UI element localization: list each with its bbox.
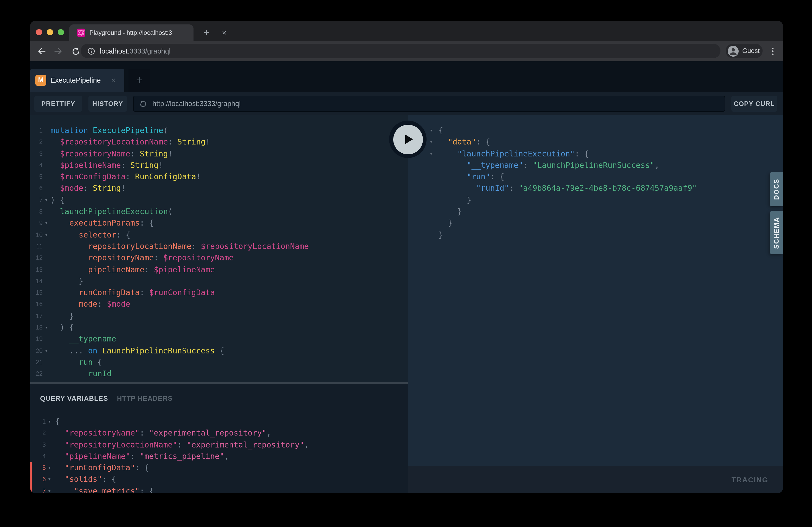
close-window-button[interactable] [36,29,42,35]
fold-arrow-icon[interactable]: ▾ [43,229,50,241]
query-line: 22 runId [30,368,408,380]
profile-name: Guest [742,47,760,55]
result-line: } [408,229,783,241]
query-line: 6 $mode: String! [30,183,408,194]
fold-arrow-icon[interactable]: ▾ [46,474,53,485]
fold-gutter [43,310,50,322]
code-text: repositoryName: $repositoryName [50,252,234,264]
fold-arrow-icon[interactable]: ▾ [430,136,438,148]
fold-gutter [43,333,50,345]
result-line: "run": { [408,171,783,183]
history-button[interactable]: HISTORY [88,96,127,112]
back-icon[interactable] [35,45,48,58]
line-number: 4 [33,451,46,462]
browser-menu-icon[interactable] [766,45,779,58]
code-text: ) { [50,322,74,333]
minimize-window-button[interactable] [47,29,53,35]
fold-arrow-icon[interactable]: ▾ [430,125,438,136]
address-bar[interactable]: localhost:3333/graphql [81,44,721,58]
fold-gutter [43,160,50,171]
site-info-icon[interactable] [87,47,95,55]
variables-line: 1▾{ [30,416,408,427]
prettify-button[interactable]: PRETTIFY [34,96,82,112]
fold-arrow-icon[interactable]: ▾ [43,322,50,333]
endpoint-input[interactable]: http://localhost:3333/graphql [133,96,725,112]
copy-curl-button[interactable]: COPY CURL [731,96,777,112]
fold-gutter [43,368,50,380]
code-text: } [438,194,471,206]
fold-gutter [43,171,50,183]
query-variables-pane[interactable]: QUERY VARIABLES HTTP HEADERS 1▾{2 "repos… [30,384,408,493]
code-text: "runConfigData": { [55,462,149,474]
error-marker-icon [30,474,32,485]
code-text: "run": { [438,171,504,183]
tracing-toggle[interactable]: TRACING [731,466,768,493]
line-number: 3 [33,439,46,451]
result-line: } [408,206,783,217]
query-line: 16 mode: $mode [30,299,408,310]
fold-gutter [43,264,50,275]
fold-arrow-icon[interactable]: ▾ [430,148,438,160]
tab-query-variables[interactable]: QUERY VARIABLES [40,394,108,402]
query-line: 11 repositoryLocationName: $repositoryLo… [30,241,408,252]
code-text: mode: $mode [50,299,130,310]
code-text: } [438,217,452,229]
line-number: 12 [34,252,43,264]
code-text: "repositoryName": "experimental_reposito… [55,427,271,439]
query-line: 18▾ ) { [30,322,408,333]
line-number: 15 [34,287,43,299]
browser-tab[interactable]: Playground - http://localhost:3 × [69,25,193,41]
zoom-window-button[interactable] [58,29,64,35]
fold-arrow-icon[interactable]: ▾ [43,345,50,357]
fold-arrow-icon[interactable]: ▾ [46,416,53,427]
query-editor[interactable]: 1mutation ExecutePipeline(2 $repositoryL… [30,115,408,384]
line-number: 8 [34,206,43,217]
fold-arrow-icon[interactable]: ▾ [46,485,53,493]
new-tab-button[interactable]: + [200,27,213,39]
result-pane: ▾{▾ "data": {▾ "launchPipelineExecution"… [408,115,783,466]
code-text: "__typename": "LaunchPipelineRunSuccess"… [438,160,659,171]
code-text: runId [50,368,112,380]
session-close-icon[interactable]: × [107,69,120,92]
line-number: 5 [34,171,43,183]
schema-label: SCHEMA [773,217,780,249]
result-line: "__typename": "LaunchPipelineRunSuccess"… [408,160,783,171]
code-text: mutation ExecutePipeline( [50,125,168,136]
session-tab-executepipeline[interactable]: M ExecutePipeline × [30,69,124,92]
forward-icon[interactable] [52,45,65,58]
fold-gutter [43,206,50,217]
code-text: runConfigData: $runConfigData [50,287,215,299]
fold-gutter [43,148,50,160]
tab-close-icon[interactable]: × [219,25,229,41]
code-text: "runId": "a49b864a-79e2-4be8-b78c-687457… [438,183,697,194]
graphql-favicon-icon [77,29,85,37]
fold-arrow-icon[interactable]: ▾ [46,462,53,474]
fold-arrow-icon[interactable]: ▾ [43,194,50,206]
code-text: ... on LaunchPipelineRunSuccess { [50,345,224,357]
variables-line: 3 "repositoryLocationName": "experimenta… [30,439,408,451]
code-text: "solids": { [55,474,116,485]
line-number: 1 [33,416,46,427]
reload-icon[interactable] [69,45,82,58]
fold-arrow-icon[interactable]: ▾ [43,217,50,229]
fold-gutter [43,183,50,194]
execute-button[interactable] [389,121,426,158]
line-number: 14 [34,275,43,287]
docs-side-tab[interactable]: DOCS [770,172,783,206]
code-text: pipelineName: $pipelineName [50,264,215,275]
new-session-tab-button[interactable]: + [129,69,150,92]
result-line: } [408,217,783,229]
code-text: } [50,275,83,287]
editor-horizontal-scrollbar[interactable] [30,382,408,384]
profile-button[interactable]: Guest [726,44,763,58]
query-line: 15 runConfigData: $runConfigData [30,287,408,299]
variables-line: 2 "repositoryName": "experimental_reposi… [30,427,408,439]
code-text: $pipelineName: String! [50,160,163,171]
query-line: 8 launchPipelineExecution( [30,206,408,217]
line-number: 2 [33,427,46,439]
code-text: "pipelineName": "metrics_pipeline", [55,451,229,462]
schema-side-tab[interactable]: SCHEMA [770,211,783,254]
mutation-badge: M [35,75,46,86]
browser-tab-title: Playground - http://localhost:3 [89,25,219,41]
tab-http-headers[interactable]: HTTP HEADERS [117,394,173,402]
